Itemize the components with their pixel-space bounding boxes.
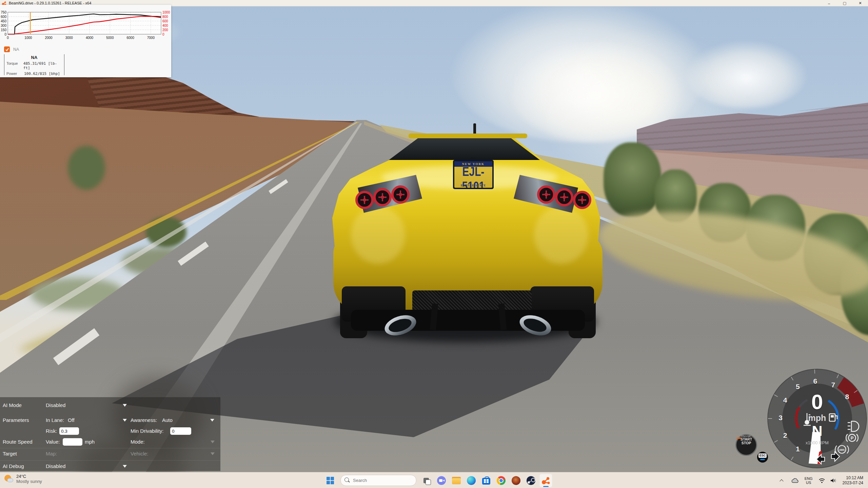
engine-start-stop-button[interactable]: ENGINE START STOP xyxy=(735,434,757,456)
svg-text:5000: 5000 xyxy=(106,36,114,40)
taskbar-app-chrome[interactable] xyxy=(495,474,508,487)
chart-legend: NA xyxy=(4,46,19,52)
svg-text:3000: 3000 xyxy=(65,36,73,40)
svg-text:750: 750 xyxy=(1,11,6,14)
awareness-label: Awareness: xyxy=(131,416,157,424)
maximize-button[interactable]: ▢ xyxy=(837,0,852,6)
chart-tooltip: NA Torque 485.31/691 [lb-ft] Power 100.6… xyxy=(4,54,64,75)
tach-number-7: 7 xyxy=(829,381,837,390)
svg-text:400: 400 xyxy=(162,24,168,27)
chevron-down-icon[interactable] xyxy=(123,419,127,422)
folder-icon xyxy=(452,477,461,484)
svg-text:600: 600 xyxy=(162,19,168,23)
close-button[interactable]: ✕ xyxy=(852,0,868,6)
route-speed-label: Route Speed xyxy=(3,438,33,446)
taskbar-app-chat[interactable] xyxy=(435,474,448,487)
chevron-down-icon[interactable] xyxy=(211,441,215,443)
map-label: Map: xyxy=(46,450,57,458)
svg-text:0: 0 xyxy=(4,33,6,36)
svg-text:600: 600 xyxy=(1,15,6,19)
svg-text:0: 0 xyxy=(7,36,9,40)
onedrive-cloud-icon[interactable] xyxy=(791,478,799,483)
ai-debug-value[interactable]: Disabled xyxy=(46,462,65,470)
risk-row: Risk: Min Drivability: xyxy=(0,427,220,435)
mode-label: Mode: xyxy=(131,438,145,446)
paint-highlight xyxy=(351,206,405,264)
taillight xyxy=(391,185,410,204)
weather-widget[interactable]: 24°C Mostly sunny xyxy=(4,474,42,484)
taskbar-app-steam[interactable] xyxy=(525,474,537,487)
min-drivability-input[interactable] xyxy=(170,427,191,435)
bush xyxy=(68,146,105,190)
esc-button[interactable]: ESC xyxy=(757,452,768,463)
system-tray: ENG US 10:12 AM 2023-07-24 xyxy=(780,472,868,488)
paint-highlight xyxy=(534,206,588,264)
svg-text:1000: 1000 xyxy=(162,11,170,14)
chrome-icon xyxy=(497,476,506,485)
in-lane-value[interactable]: Off xyxy=(68,416,75,424)
language-indicator[interactable]: ENG US xyxy=(805,476,813,485)
chevron-down-icon[interactable] xyxy=(123,404,127,407)
taskbar-app-beamng-active[interactable] xyxy=(539,474,552,487)
beamng-icon xyxy=(541,476,551,485)
torque-value: 485.31/691 [lb-ft] xyxy=(23,61,62,70)
parameters-row: Parameters In Lane: Off Awareness: Auto xyxy=(0,416,220,424)
svg-text:800: 800 xyxy=(162,15,168,19)
rpm-scale-label: x1000 RPM xyxy=(766,440,868,445)
game-icon xyxy=(512,476,520,485)
power-label: Power xyxy=(6,72,24,76)
awareness-value[interactable]: Auto xyxy=(162,416,173,424)
tach-number-5: 5 xyxy=(794,383,802,391)
ai-control-panel: AI Mode Disabled Parameters In Lane: Off… xyxy=(0,397,220,471)
search-input[interactable] xyxy=(352,475,411,486)
language-top: ENG xyxy=(805,476,813,481)
chevron-down-icon[interactable] xyxy=(123,465,127,468)
speed-unit: mph xyxy=(766,413,868,423)
svg-text:7000: 7000 xyxy=(147,36,155,40)
juniper-tree xyxy=(604,142,661,217)
value-label: Value: xyxy=(46,438,60,446)
taskbar-app-edge[interactable] xyxy=(465,474,478,487)
ai-mode-row: AI Mode Disabled xyxy=(0,401,220,409)
chevron-down-icon[interactable] xyxy=(211,452,215,455)
taillight xyxy=(537,185,555,204)
stop-label: STOP xyxy=(736,441,756,445)
taskbar-app-store[interactable] xyxy=(480,474,493,487)
chevron-down-icon[interactable] xyxy=(210,419,214,422)
tooltip-power-row: Power 100.62/815 [bhp] xyxy=(6,72,62,76)
gear-indicator: N xyxy=(766,423,868,439)
license-plate: NEW YORK EJL-5101 EMPIRE STATE xyxy=(453,160,494,189)
tooltip-title: NA xyxy=(6,55,62,60)
esc-label: ESC xyxy=(758,453,767,458)
beamng-window: BeamNG.drive - 0.29.1.0.15261 - RELEASE … xyxy=(0,0,868,488)
risk-input[interactable] xyxy=(59,427,79,435)
ignition-indicator xyxy=(736,438,742,439)
tray-overflow-chevron-icon[interactable] xyxy=(780,479,784,482)
tray-time: 10:12 AM xyxy=(843,475,863,481)
taskbar-app-file-explorer[interactable] xyxy=(450,474,463,487)
svg-text:450: 450 xyxy=(1,19,6,23)
volume-icon[interactable] xyxy=(830,478,837,483)
clock[interactable]: 10:12 AM 2023-07-24 xyxy=(843,475,863,486)
route-speed-input[interactable] xyxy=(63,438,82,446)
svg-text:0: 0 xyxy=(162,33,164,36)
steam-icon xyxy=(527,476,535,485)
window-controls: – ▢ ✕ xyxy=(821,0,868,6)
license-plate-face: NEW YORK EJL-5101 EMPIRE STATE xyxy=(454,161,492,188)
checkmark-icon xyxy=(5,47,9,52)
legend-checkbox[interactable] xyxy=(4,46,10,52)
wifi-icon[interactable] xyxy=(818,478,825,483)
task-view-button[interactable] xyxy=(420,474,433,487)
tray-date: 2023-07-24 xyxy=(843,481,863,486)
speed-unit-label: mph xyxy=(85,438,95,446)
tachometer: P ABS 12345678 0 mph N x1000 RPM xyxy=(766,368,868,469)
weather-condition: Mostly sunny xyxy=(16,479,42,484)
taskbar-app-game[interactable] xyxy=(510,474,522,487)
svg-text:1000: 1000 xyxy=(24,36,32,40)
taskbar-search[interactable] xyxy=(340,475,416,486)
minimize-button[interactable]: – xyxy=(821,0,837,6)
start-button[interactable] xyxy=(324,474,337,487)
ai-mode-value[interactable]: Disabled xyxy=(46,401,65,409)
weather-temp: 24°C xyxy=(16,474,42,479)
ai-debug-label: AI Debug xyxy=(3,462,24,470)
